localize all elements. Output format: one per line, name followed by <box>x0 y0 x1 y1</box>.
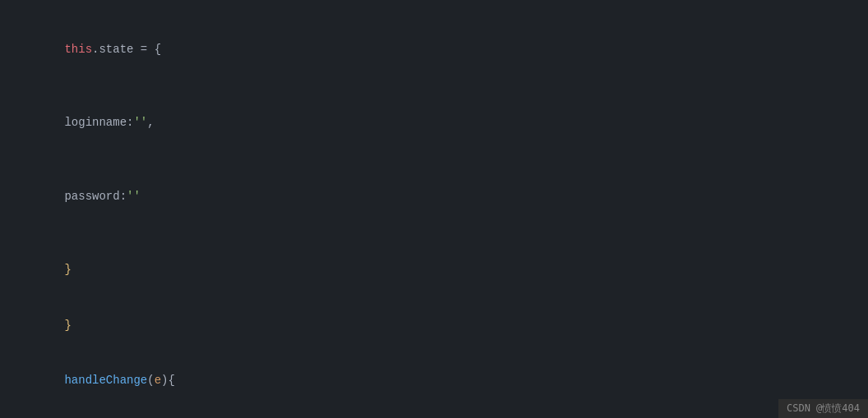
line-content-7: this.setState({ loginname: e.target.valu… <box>16 408 868 418</box>
code-line-3: password:'' <box>0 150 868 224</box>
code-line-7: this.setState({ loginname: e.target.valu… <box>0 408 868 418</box>
code-line-4: } <box>0 224 868 298</box>
line-content-1: this.state = { <box>16 3 868 77</box>
line-content-3: password:'' <box>16 150 868 224</box>
line-content-2: loginname:'', <box>16 77 868 151</box>
line-content-6: handleChange(e){ <box>16 352 868 407</box>
footer-attribution: CSDN @愤愤404 <box>778 399 868 418</box>
keyword-this: this <box>64 43 92 56</box>
line-content-4: } <box>16 224 868 298</box>
code-line-6: handleChange(e){ <box>0 352 868 407</box>
code-line-2: loginname:'', <box>0 77 868 151</box>
code-line-1: this.state = { <box>0 3 868 77</box>
footer-text: CSDN @愤愤404 <box>787 402 860 414</box>
line-content-5: } <box>16 297 868 352</box>
code-editor: this.state = { loginname:'', password:''… <box>0 0 868 418</box>
code-line-5: } <box>0 297 868 352</box>
